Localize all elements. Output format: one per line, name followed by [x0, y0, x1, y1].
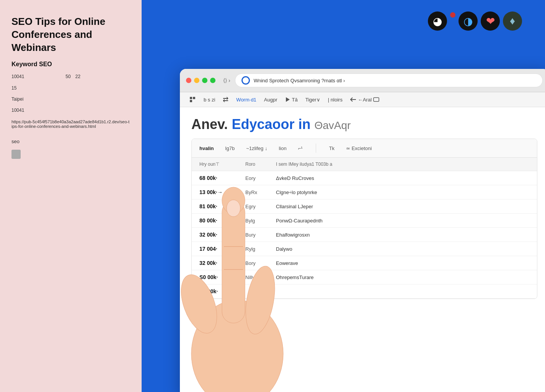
col-header-2: Roro — [245, 162, 276, 167]
row6-col2: Bory — [245, 260, 276, 266]
nav-back[interactable]: ⟨⟩ — [223, 77, 227, 83]
row6-col3: Eowerave — [276, 260, 529, 266]
toolbar-icon-flag — [285, 96, 290, 103]
table-row[interactable]: 8E 00k· — [192, 284, 537, 299]
tl-yellow[interactable] — [194, 78, 199, 83]
th-lion[interactable]: lion — [279, 145, 286, 151]
heading-part3: ΘavAqr — [314, 119, 351, 131]
toolbar-icon-back — [350, 97, 356, 102]
th-zlifeg[interactable]: ~1zlifeg ↓ — [246, 145, 267, 151]
main-area: ◕ ◑ ❤ ♦ ⟨⟩ › Wnind Sprotech Qvsamroning … — [142, 0, 545, 392]
tl-green[interactable] — [202, 78, 207, 83]
row8-vol: 8E 00k· — [199, 288, 245, 294]
heading-part2: Edycaoor in — [232, 116, 310, 132]
row4-col2: Bury — [245, 232, 276, 238]
table-row[interactable]: 80 00k· Bylg PonwΩ-Caurapednth — [192, 214, 537, 228]
row3-col3: PonwΩ-Caurapednth — [276, 218, 529, 224]
divider — [316, 144, 316, 153]
row4-col3: Ehalfowigrosxn — [276, 232, 529, 238]
row2-col2: Egry — [245, 204, 276, 209]
svg-rect-2 — [190, 100, 192, 102]
page-heading: Anev. Edycaoor in ΘavAqr — [191, 116, 537, 132]
row2-vol: 81 00k· — [199, 203, 245, 209]
sidebar-meta-4: 10041 — [11, 107, 130, 114]
table-row[interactable]: 32 00k· Bory Eowerave — [192, 256, 537, 270]
row7-vol: S0 00k· — [199, 274, 245, 280]
nav-arrows: ⟨⟩ › — [223, 77, 230, 83]
tl-red[interactable] — [186, 78, 191, 83]
row7-col3: OhrepemsTurare — [276, 274, 529, 280]
sidebar-meta-3: Taipei — [11, 96, 130, 103]
address-bar[interactable]: Wnind Sprotech Qvsamroning ?rnats αtl › — [235, 74, 543, 87]
row1-vol: 13 00k·→ — [199, 189, 245, 195]
top-icon-4: ♦ — [503, 11, 522, 31]
toolbar-icon-0 — [189, 96, 196, 103]
row3-vol: 80 00k· — [199, 217, 245, 224]
row1-col3: Clgne÷lo ptolynrke — [276, 189, 529, 195]
row2-col3: Cllarsinal LJeper — [276, 204, 529, 209]
table-row[interactable]: 32 00k· Bury Ehalfowigrosxn — [192, 228, 537, 242]
row5-col2: Rylg — [245, 246, 276, 252]
toolbar-item-augpr[interactable]: Augpr — [264, 97, 277, 103]
table-row[interactable]: 68 00k· Eory ΔvkeD RuCroves — [192, 171, 537, 185]
row0-col3: ΔvkeD RuCroves — [276, 175, 529, 181]
sidebar-tag: seo — [11, 139, 130, 144]
th-hvalin[interactable]: hνalin — [199, 145, 214, 151]
row3-col2: Bylg — [245, 218, 276, 224]
address-text: Wnind Sprotech Qvsamroning ?rnats αtl › — [254, 78, 536, 83]
svg-rect-1 — [193, 97, 195, 99]
row7-col2: Nilly — [245, 274, 276, 280]
sidebar-url: https://pub-5c454f571b8e40a3a2aad27ade84… — [11, 119, 130, 129]
browser-toolbar: b s zi ⇄ Worm·d1 Augpr Tā Tiger∨ | nloir… — [180, 92, 545, 107]
sidebar: SEO Tips for Online Conferences and Webi… — [0, 0, 142, 392]
col-header-3: I sem IMey iludya1 T003b a — [276, 162, 529, 167]
toolbar-item-0[interactable] — [189, 96, 196, 103]
browser-chrome: ⟨⟩ › Wnind Sprotech Qvsamroning ?rnats α… — [180, 69, 545, 92]
row0-vol: 68 00k· — [199, 175, 245, 181]
sidebar-meta-2: 15 — [11, 85, 130, 92]
top-icons-area: ◕ ◑ ❤ ♦ — [428, 11, 522, 31]
toolbar-icon-share[interactable]: ⇄ — [223, 95, 228, 104]
sidebar-subtitle: Keyword SEO — [11, 61, 130, 68]
browser-content: Anev. Edycaoor in ΘavAqr hνalin lg7b ~1z… — [180, 107, 545, 392]
data-table: hνalin lg7b ~1zlifeg ↓ lion ⌐¹ Tk ≃ Exci… — [191, 139, 537, 299]
th-lg7b[interactable]: lg7b — [225, 145, 235, 151]
table-header-controls: hνalin lg7b ~1zlifeg ↓ lion ⌐¹ Tk ≃ Exci… — [192, 139, 537, 158]
row5-col3: Dalywo — [276, 246, 529, 252]
top-icon-1: ◕ — [428, 11, 447, 31]
heading-part1: Anev. — [191, 116, 228, 132]
table-row[interactable]: 17 004· Rylg Dalywo — [192, 242, 537, 256]
top-icon-3: ❤ — [481, 11, 500, 31]
toolbar-item-fta[interactable]: Tā — [285, 96, 298, 103]
row1-col2: ByRx — [245, 189, 276, 195]
browser-window: ⟨⟩ › Wnind Sprotech Qvsamroning ?rnats α… — [180, 69, 545, 392]
table-row[interactable]: 81 00k· Egry Cllarsinal LJeper — [192, 199, 537, 214]
address-icon — [241, 76, 250, 85]
col-header-1: Hry oun⊤ — [199, 162, 245, 167]
table-row[interactable]: 13 00k·→ ByRx Clgne÷lo ptolynrke — [192, 185, 537, 199]
sidebar-meta-1: 10041 50 22 — [11, 73, 130, 80]
th-excietoni[interactable]: ≃ Excietoni — [346, 145, 372, 151]
toolbar-item-tiger[interactable]: Tiger∨ — [305, 97, 320, 103]
svg-rect-4 — [374, 98, 379, 101]
row5-vol: 17 004· — [199, 246, 245, 252]
page-title: SEO Tips for Online Conferences and Webi… — [11, 15, 130, 54]
nav-forward[interactable]: › — [228, 77, 230, 83]
tl-green2[interactable] — [210, 78, 215, 83]
row4-vol: 32 00k· — [199, 232, 245, 238]
toolbar-item-wormd[interactable]: Worm·d1 — [236, 97, 256, 103]
traffic-lights — [186, 78, 215, 83]
top-icon-2: ◑ — [459, 11, 478, 31]
toolbar-item-nloirs[interactable]: | nloirs — [328, 97, 343, 103]
row0-col2: Eory — [245, 175, 276, 181]
row6-vol: 32 00k· — [199, 260, 245, 266]
sidebar-icon — [11, 150, 21, 159]
toolbar-icon-box — [373, 97, 379, 102]
svg-rect-0 — [190, 97, 192, 99]
table-row[interactable]: S0 00k· Nilly OhrepemsTurare — [192, 270, 537, 284]
toolbar-item-1[interactable]: b s zi — [204, 97, 215, 103]
toolbar-item-aral[interactable]: ←Aral — [350, 97, 379, 103]
top-icon-dot — [450, 12, 455, 18]
th-tk[interactable]: Tk — [329, 145, 335, 151]
th-arrow[interactable]: ⌐¹ — [298, 145, 303, 151]
